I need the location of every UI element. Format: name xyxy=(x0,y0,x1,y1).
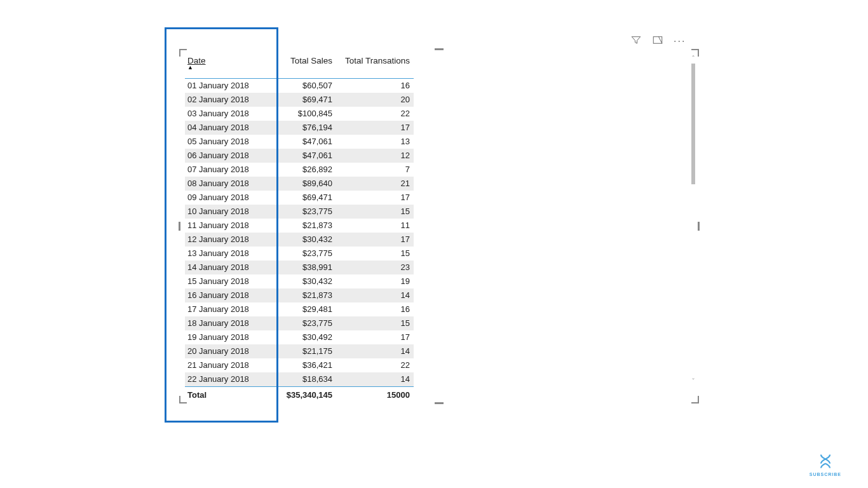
cell-sales: $21,873 xyxy=(271,288,336,302)
table-row[interactable]: 19 January 2018$30,49217 xyxy=(185,330,414,344)
cell-sales: $76,194 xyxy=(271,121,336,135)
table-row[interactable]: 03 January 2018$100,84522 xyxy=(185,107,414,121)
cell-date: 22 January 2018 xyxy=(185,372,271,387)
cell-sales: $23,775 xyxy=(271,205,336,219)
column-header-transactions[interactable]: Total Transations xyxy=(336,53,414,79)
cell-transactions: 15 xyxy=(336,205,414,219)
focus-mode-icon[interactable] xyxy=(652,34,663,48)
table-row[interactable]: 08 January 2018$89,64021 xyxy=(185,177,414,191)
total-label: Total xyxy=(185,387,271,400)
table-row[interactable]: 14 January 2018$38,99123 xyxy=(185,261,414,274)
table-row[interactable]: 11 January 2018$21,87311 xyxy=(185,219,414,233)
table-visual[interactable]: Date ▲ Total Sales Total Transations 01 … xyxy=(180,50,698,403)
cell-transactions: 14 xyxy=(336,372,414,387)
cell-sales: $21,873 xyxy=(271,219,336,233)
cell-date: 07 January 2018 xyxy=(185,163,271,177)
table-row[interactable]: 20 January 2018$21,17514 xyxy=(185,344,414,358)
cell-date: 02 January 2018 xyxy=(185,93,271,107)
cell-date: 09 January 2018 xyxy=(185,191,271,205)
vertical-scrollbar[interactable]: ˆ ˇ xyxy=(690,55,696,385)
table-row[interactable]: 07 January 2018$26,8927 xyxy=(185,163,414,177)
table-row[interactable]: 13 January 2018$23,77515 xyxy=(185,247,414,261)
cell-transactions: 17 xyxy=(336,121,414,135)
cell-sales: $100,845 xyxy=(271,107,336,121)
table-row[interactable]: 17 January 2018$29,48116 xyxy=(185,302,414,316)
column-header-sales[interactable]: Total Sales xyxy=(271,53,336,79)
table-row[interactable]: 22 January 2018$18,63414 xyxy=(185,372,414,387)
table-total-row: Total $35,340,145 15000 xyxy=(185,387,414,400)
cell-sales: $69,471 xyxy=(271,191,336,205)
cell-transactions: 14 xyxy=(336,344,414,358)
table-row[interactable]: 01 January 2018$60,50716 xyxy=(185,79,414,93)
cell-sales: $47,061 xyxy=(271,135,336,149)
subscribe-badge: SUBSCRIBE xyxy=(810,452,841,477)
svg-rect-0 xyxy=(653,37,662,44)
cell-transactions: 21 xyxy=(336,177,414,191)
cell-sales: $30,432 xyxy=(271,274,336,288)
table-header-row: Date ▲ Total Sales Total Transations xyxy=(185,53,414,79)
table-row[interactable]: 21 January 2018$36,42122 xyxy=(185,358,414,372)
total-sales: $35,340,145 xyxy=(271,387,336,400)
sort-asc-icon: ▲ xyxy=(187,65,268,69)
scrollbar-thumb[interactable] xyxy=(691,64,695,184)
cell-date: 21 January 2018 xyxy=(185,358,271,372)
cell-sales: $36,421 xyxy=(271,358,336,372)
table-row[interactable]: 10 January 2018$23,77515 xyxy=(185,205,414,219)
cell-transactions: 22 xyxy=(336,107,414,121)
cell-transactions: 17 xyxy=(336,330,414,344)
cell-date: 01 January 2018 xyxy=(185,79,271,93)
cell-sales: $69,471 xyxy=(271,93,336,107)
table-row[interactable]: 05 January 2018$47,06113 xyxy=(185,135,414,149)
cell-sales: $23,775 xyxy=(271,247,336,261)
table-row[interactable]: 15 January 2018$30,43219 xyxy=(185,274,414,288)
scroll-down-icon[interactable]: ˇ xyxy=(690,377,696,385)
cell-transactions: 22 xyxy=(336,358,414,372)
resize-handle[interactable] xyxy=(435,48,444,50)
cell-sales: $29,481 xyxy=(271,302,336,316)
cell-transactions: 20 xyxy=(336,93,414,107)
cell-date: 04 January 2018 xyxy=(185,121,271,135)
table-scroll-area: Date ▲ Total Sales Total Transations 01 … xyxy=(185,53,693,399)
cell-transactions: 15 xyxy=(336,316,414,330)
cell-transactions: 17 xyxy=(336,191,414,205)
table-row[interactable]: 06 January 2018$47,06112 xyxy=(185,149,414,163)
resize-handle[interactable] xyxy=(179,222,180,231)
total-transactions: 15000 xyxy=(336,387,414,400)
cell-date: 17 January 2018 xyxy=(185,302,271,316)
cell-date: 08 January 2018 xyxy=(185,177,271,191)
cell-date: 06 January 2018 xyxy=(185,149,271,163)
table-row[interactable]: 02 January 2018$69,47120 xyxy=(185,93,414,107)
column-header-date[interactable]: Date ▲ xyxy=(185,53,271,79)
scroll-up-icon[interactable]: ˆ xyxy=(690,55,696,62)
cell-transactions: 19 xyxy=(336,274,414,288)
filter-icon[interactable] xyxy=(630,34,642,48)
cell-date: 11 January 2018 xyxy=(185,219,271,233)
cell-date: 12 January 2018 xyxy=(185,233,271,247)
table-row[interactable]: 04 January 2018$76,19417 xyxy=(185,121,414,135)
cell-transactions: 14 xyxy=(336,288,414,302)
resize-handle[interactable] xyxy=(435,402,444,404)
cell-date: 19 January 2018 xyxy=(185,330,271,344)
cell-date: 15 January 2018 xyxy=(185,274,271,288)
cell-sales: $60,507 xyxy=(271,79,336,93)
cell-date: 13 January 2018 xyxy=(185,247,271,261)
cell-transactions: 11 xyxy=(336,219,414,233)
cell-sales: $30,492 xyxy=(271,330,336,344)
cell-sales: $26,892 xyxy=(271,163,336,177)
cell-date: 16 January 2018 xyxy=(185,288,271,302)
more-options-icon[interactable]: ··· xyxy=(674,36,686,47)
cell-date: 03 January 2018 xyxy=(185,107,271,121)
cell-transactions: 15 xyxy=(336,247,414,261)
table-row[interactable]: 12 January 2018$30,43217 xyxy=(185,233,414,247)
cell-date: 18 January 2018 xyxy=(185,316,271,330)
cell-transactions: 12 xyxy=(336,149,414,163)
cell-sales: $38,991 xyxy=(271,261,336,274)
cell-date: 14 January 2018 xyxy=(185,261,271,274)
table-row[interactable]: 18 January 2018$23,77515 xyxy=(185,316,414,330)
resize-handle[interactable] xyxy=(698,222,700,231)
cell-date: 20 January 2018 xyxy=(185,344,271,358)
subscribe-label: SUBSCRIBE xyxy=(810,472,841,477)
table-row[interactable]: 09 January 2018$69,47117 xyxy=(185,191,414,205)
cell-sales: $21,175 xyxy=(271,344,336,358)
table-row[interactable]: 16 January 2018$21,87314 xyxy=(185,288,414,302)
